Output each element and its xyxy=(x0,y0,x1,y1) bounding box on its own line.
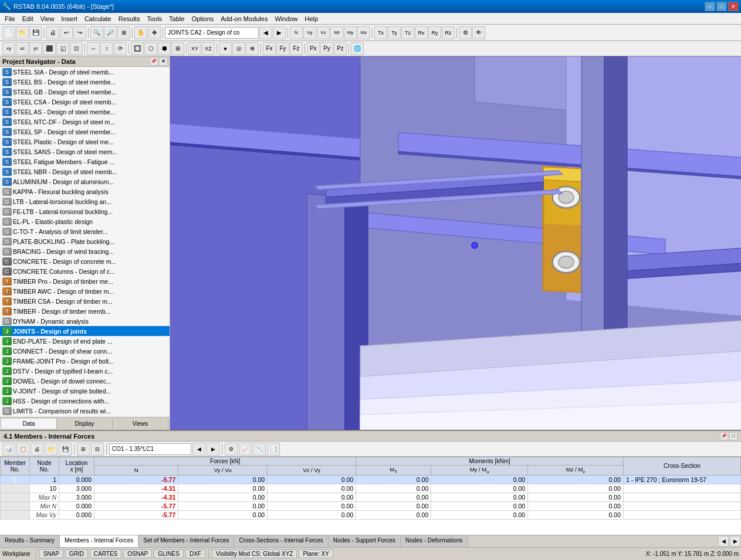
load-case-dropdown[interactable]: CO1 - 1.35*LC1 xyxy=(109,443,191,455)
tb-r15[interactable]: XZ xyxy=(202,42,215,55)
table-row[interactable]: 103.000-4.310.000.000.000.000.00 xyxy=(1,484,741,493)
tree-item-0[interactable]: SSTEEL SIA - Design of steel memb... xyxy=(0,67,170,77)
tb2[interactable]: Vy xyxy=(303,26,316,39)
visibility-button[interactable]: Visibility Mod CS: Global XYZ xyxy=(212,549,297,558)
tb-r21[interactable]: Fz xyxy=(290,42,303,55)
minimize-button[interactable]: ─ xyxy=(705,2,715,11)
tree-item-21[interactable]: TTIMBER Pro - Design of timber me... xyxy=(0,276,170,286)
tree-item-28[interactable]: JCONNECT - Design of shear conn... xyxy=(0,346,170,356)
tree-item-20[interactable]: CCONCRETE Columns - Design of c... xyxy=(0,266,170,276)
tree-item-30[interactable]: JDSTV - Design of typified I-beam c... xyxy=(0,366,170,376)
tb-r3[interactable]: yz xyxy=(29,42,42,55)
tree-item-11[interactable]: SALUMINIUM - Design of aluminium... xyxy=(0,177,170,186)
menu-options[interactable]: Options xyxy=(188,14,217,23)
menu-tools[interactable]: Tools xyxy=(143,14,165,23)
tb6[interactable]: Mz xyxy=(357,26,370,39)
nav-tab-views[interactable]: Views xyxy=(113,419,168,429)
tb-r2[interactable]: xz xyxy=(16,42,29,55)
table-row[interactable]: Min N0.000-5.770.000.000.000.000.00 xyxy=(1,501,741,510)
tab-members-internal[interactable]: Members - Internal Forces xyxy=(60,535,138,547)
tree-item-22[interactable]: TTIMBER AWC - Design of timber m... xyxy=(0,286,170,296)
tb9[interactable]: Tz xyxy=(401,26,414,39)
prev-button[interactable]: ◀ xyxy=(259,26,272,39)
tb4[interactable]: Mt xyxy=(330,26,343,39)
tb-r17[interactable]: ◎ xyxy=(232,42,245,55)
zoom-out-button[interactable]: 🔎 xyxy=(104,26,117,39)
tree-item-12[interactable]: GKAPPA - Flexural buckling analysis xyxy=(0,186,170,196)
bottom-pin-button[interactable]: 📌 xyxy=(720,432,728,440)
tab-prev-button[interactable]: ◀ xyxy=(718,536,729,547)
cartes-button[interactable]: CARTES xyxy=(90,549,121,558)
tree-item-19[interactable]: CCONCRETE - Design of concrete m... xyxy=(0,256,170,266)
tb-r24[interactable]: Pz xyxy=(334,42,347,55)
snap-button[interactable]: SNAP xyxy=(39,549,63,558)
nav-pin-button[interactable]: 📌 xyxy=(150,57,158,66)
tb-r1[interactable]: xy xyxy=(2,42,15,55)
tree-item-33[interactable]: JHSS - Design of connections with... xyxy=(0,396,170,406)
tb-r23[interactable]: Py xyxy=(320,42,333,55)
tree-item-15[interactable]: GEL-PL - Elastic-plastic design xyxy=(0,216,170,226)
table-tb11[interactable]: 📑 xyxy=(267,443,280,456)
table-tb9[interactable]: 📈 xyxy=(239,443,252,456)
display-button[interactable]: 👁 xyxy=(472,26,485,39)
tb-r12[interactable]: ⬢ xyxy=(158,42,171,55)
next-button[interactable]: ▶ xyxy=(273,26,286,39)
nav-tab-display[interactable]: Display xyxy=(57,419,113,429)
tree-item-16[interactable]: GC-TO-T - Analysis of limit slender... xyxy=(0,226,170,236)
table-tb10[interactable]: 📉 xyxy=(253,443,266,456)
menu-insert[interactable]: Insert xyxy=(57,14,81,23)
menu-calculate[interactable]: Calculate xyxy=(81,14,115,23)
tree-item-24[interactable]: TTIMBER - Design of timber memb... xyxy=(0,306,170,316)
tb-r25[interactable]: 🌐 xyxy=(351,42,364,55)
tb-r14[interactable]: XY xyxy=(188,42,201,55)
tb-r22[interactable]: Px xyxy=(307,42,320,55)
tree-item-27[interactable]: JEND-PLATE - Design of end plate ... xyxy=(0,336,170,346)
glines-button[interactable]: GLINES xyxy=(154,549,184,558)
tab-next-button[interactable]: ▶ xyxy=(730,536,740,547)
tb10[interactable]: Rx xyxy=(415,26,428,39)
tree-item-10[interactable]: SSTEEL NBR - Design of steel memb... xyxy=(0,167,170,177)
tb3[interactable]: Vz xyxy=(317,26,330,39)
print-button[interactable]: 🖨 xyxy=(46,26,59,39)
table-tb4[interactable]: 📁 xyxy=(45,443,57,456)
tb-r19[interactable]: Fx xyxy=(263,42,276,55)
tb-r16[interactable]: ● xyxy=(219,42,232,55)
table-row[interactable]: Max Vy0.000-5.770.000.000.000.000.00 xyxy=(1,510,741,519)
menu-file[interactable]: File xyxy=(1,14,19,23)
tb12[interactable]: Rz xyxy=(442,26,455,39)
menu-results[interactable]: Results xyxy=(115,14,144,23)
undo-button[interactable]: ↩ xyxy=(60,26,73,39)
dxf-button[interactable]: DXF xyxy=(185,549,205,558)
nav-tab-data[interactable]: Data xyxy=(1,419,57,429)
tree-item-13[interactable]: GLTB - Lateral-torsional buckling an... xyxy=(0,196,170,206)
tab-cross-sections[interactable]: Cross-Sections - Internal Forces xyxy=(234,535,328,547)
tree-item-1[interactable]: SSTEEL BS - Design of steel membe... xyxy=(0,77,170,87)
fit-button[interactable]: ⊞ xyxy=(117,26,130,39)
table-tb8[interactable]: ⚙ xyxy=(225,443,238,456)
tb-r10[interactable]: 🔲 xyxy=(131,42,144,55)
tb11[interactable]: Ry xyxy=(428,26,441,39)
options-button[interactable]: ⚙ xyxy=(459,26,472,39)
tab-set-members[interactable]: Set of Members - Internal Forces xyxy=(138,535,234,547)
table-tb1[interactable]: 📊 xyxy=(2,443,15,456)
menu-window[interactable]: Window xyxy=(271,14,301,23)
tree-item-29[interactable]: JFRAME-JOINT Pro - Design of bolt... xyxy=(0,356,170,366)
tb-r4[interactable]: ⬛ xyxy=(43,42,56,55)
tab-results-summary[interactable]: Results - Summary xyxy=(0,535,60,547)
lc-next-button[interactable]: ▶ xyxy=(207,443,219,456)
table-tb3[interactable]: 🖨 xyxy=(31,443,43,456)
new-button[interactable]: 📄 xyxy=(2,26,15,39)
tree-item-5[interactable]: SSTEEL NTC-DF - Design of steel m... xyxy=(0,117,170,127)
tree-item-8[interactable]: SSTEEL SANS - Design of steel mem... xyxy=(0,147,170,157)
menu-view[interactable]: View xyxy=(37,14,58,23)
tb-r9[interactable]: ⟳ xyxy=(114,42,127,55)
tb-r8[interactable]: ↕ xyxy=(100,42,113,55)
plane-button[interactable]: Plane: XY xyxy=(299,549,333,558)
lc-prev-button[interactable]: ◀ xyxy=(192,443,205,456)
tree-item-32[interactable]: JV-JOINT - Design of simple bolted... xyxy=(0,386,170,396)
tb-r11[interactable]: ⬡ xyxy=(144,42,157,55)
tree-item-7[interactable]: SSTEEL Plastic - Design of steel me... xyxy=(0,137,170,147)
tb-r6[interactable]: ⊡ xyxy=(70,42,83,55)
select-button[interactable]: ✋ xyxy=(134,26,147,39)
tb1[interactable]: N xyxy=(290,26,303,39)
